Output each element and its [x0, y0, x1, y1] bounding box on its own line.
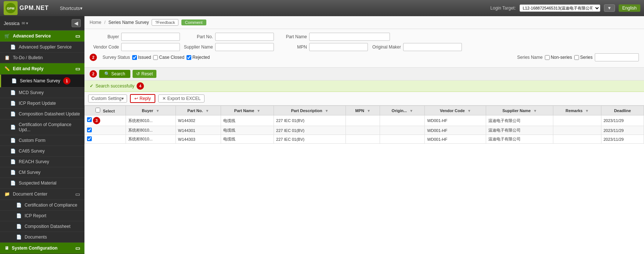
th-suppliername[interactable]: Supplier Name ▼: [486, 106, 553, 115]
doc-icon-suspected: 📄: [10, 180, 16, 186]
sidebar-item-advanced-supplier-service[interactable]: 📄 Advanced Supplier Service: [0, 42, 84, 53]
suppliername-filter-icon[interactable]: ▼: [533, 109, 537, 113]
mail-icon: ✉ ▾: [22, 21, 28, 26]
sidebar-item-cert-compliance-update[interactable]: 📄 Certification of Compliance Upd...: [0, 119, 84, 135]
vendorcode-filter-icon[interactable]: ▼: [467, 109, 471, 113]
origin-filter-icon[interactable]: ▼: [409, 109, 413, 113]
sidebar-item-cm-survey[interactable]: 📄 CM Survey: [0, 167, 84, 178]
partno-input[interactable]: [215, 33, 274, 41]
mpn-filter-icon[interactable]: ▼: [367, 109, 370, 113]
originalmaker-input[interactable]: [403, 43, 462, 51]
rejected-checkbox[interactable]: [187, 55, 191, 60]
rejected-checkbox-label[interactable]: Rejected: [187, 55, 210, 60]
th-origin[interactable]: Origin... ▼: [380, 106, 425, 115]
shortcuts-button[interactable]: Shortcuts▾: [60, 6, 83, 11]
row-checkbox-2[interactable]: [87, 136, 92, 141]
th-select[interactable]: Select: [85, 106, 126, 115]
back-button[interactable]: ◀: [72, 19, 81, 27]
sidebar-item-ca65-survey[interactable]: 📄 CA65 Survey: [0, 146, 84, 157]
login-target-select[interactable]: L12-1688725465313(温迪电子有限公司(鄂...: [520, 4, 600, 12]
sidebar-item-cert-compliance[interactable]: 📄 Certification of Compliance: [0, 200, 84, 211]
sidebar-item-suspected-material[interactable]: 📄 Suspected Material: [0, 178, 84, 189]
annotation-4-badge: 4: [137, 82, 144, 90]
mpn-label: MPN: [278, 44, 307, 50]
series-checkbox-label[interactable]: Series: [574, 55, 593, 60]
sidebar-item-custom-form[interactable]: 📄 Custom Form: [0, 135, 84, 146]
sidebar-item-documents[interactable]: 📄 Documents: [0, 232, 84, 243]
buyer-input[interactable]: [121, 33, 180, 41]
expand-button[interactable]: ▼: [604, 4, 615, 12]
issued-checkbox-label[interactable]: Issued: [132, 55, 151, 60]
sidebar-item-todo[interactable]: 📋 To-Do / Bulletin: [0, 53, 84, 63]
doc-icon-cert: 📄: [10, 125, 16, 130]
sidebar-item-edit-reply[interactable]: ✏️ Edit and Reply ▭: [0, 63, 84, 75]
series-checkbox[interactable]: [574, 55, 579, 60]
partno-filter-icon[interactable]: ▼: [206, 109, 209, 113]
comment-button[interactable]: Comment: [181, 19, 206, 25]
non-series-checkbox[interactable]: [545, 55, 550, 60]
partname-input[interactable]: [309, 33, 390, 41]
series-name-input[interactable]: [595, 53, 639, 61]
sidebar-item-mcd-survey[interactable]: 📄 MCD Survey: [0, 87, 84, 98]
sidebar-item-icp-report[interactable]: 📄 ICP Report: [0, 211, 84, 221]
search-button[interactable]: 🔍 Search: [99, 70, 130, 78]
series-badge: 1: [63, 77, 70, 85]
partdesc-filter-icon[interactable]: ▼: [325, 109, 329, 113]
search-label: Search: [111, 71, 125, 76]
doc-icon-comp2: 📄: [16, 224, 22, 229]
issued-checkbox[interactable]: [132, 55, 137, 60]
non-series-text: Non-series: [551, 55, 572, 60]
buyer-filter-icon[interactable]: ▼: [156, 109, 159, 113]
sidebar-item-document-center[interactable]: 📁 Document Center ▭: [0, 189, 84, 200]
th-mpn[interactable]: MPN ▼: [346, 106, 380, 115]
reply-button[interactable]: ↩ Reply: [130, 94, 155, 103]
reset-button[interactable]: ↺ Reset: [133, 70, 156, 78]
issued-text: Issued: [138, 55, 151, 60]
suppliername-input[interactable]: [215, 43, 274, 51]
th-buyer[interactable]: Buyer ▼: [126, 106, 176, 115]
sidebar-item-composition-datasheet[interactable]: 📄 Composition Datasheet: [0, 221, 84, 232]
sidebar-item-reach-survey[interactable]: 📄 REACH Survey: [0, 157, 84, 167]
sidebar-item-system-config[interactable]: 🖥 System Configuration ▭: [0, 243, 84, 254]
row-checkbox-0[interactable]: [87, 117, 92, 122]
doc-icon-custom: 📄: [10, 138, 16, 143]
vendorcode-input[interactable]: [121, 43, 180, 51]
doc-icon-icp2: 📄: [16, 213, 22, 218]
language-button[interactable]: English: [619, 4, 640, 12]
sidebar-item-icp-report-update[interactable]: 📄 ICP Report Update: [0, 98, 84, 109]
breadcrumb-home[interactable]: Home: [90, 20, 101, 25]
case-closed-checkbox[interactable]: [153, 55, 158, 60]
doc-icon-supplier: 📄: [10, 44, 16, 50]
case-closed-checkbox-label[interactable]: Case Closed: [153, 55, 184, 60]
doc-icon-mcd: 📄: [10, 90, 16, 95]
feedback-button[interactable]: ?Feedback: [152, 19, 178, 26]
th-partdesc[interactable]: Part Description ▼: [274, 106, 346, 115]
custom-setting-button[interactable]: Custom Setting▾: [88, 94, 127, 103]
sidebar-item-composition-datasheet-update[interactable]: 📄 Composition Datasheet Update: [0, 109, 84, 119]
cell-origin-1: [380, 126, 425, 135]
sidebar-label-docs: Documents: [25, 235, 47, 240]
cell-select-2[interactable]: [85, 135, 126, 144]
row-checkbox-1[interactable]: [87, 128, 92, 132]
mpn-input[interactable]: [309, 43, 368, 51]
sidebar-item-advanced-service[interactable]: 🛒 Advanced Service ▭: [0, 31, 84, 42]
th-partname[interactable]: Part Name ▼: [221, 106, 274, 115]
non-series-checkbox-label[interactable]: Non-series: [545, 55, 572, 60]
cell-select-1[interactable]: [85, 126, 126, 135]
success-message: Search successfully: [95, 83, 134, 89]
th-deadline: Deadline: [601, 106, 644, 115]
th-vendorcode[interactable]: Vendor Code ▼: [425, 106, 486, 115]
export-excel-button[interactable]: ✕ Export to EXCEL: [158, 94, 205, 103]
select-all-checkbox[interactable]: [95, 108, 100, 112]
th-partno[interactable]: Part No. ▼: [176, 106, 221, 115]
th-remarks[interactable]: Remarks ▼: [553, 106, 601, 115]
content-area: Home / Series Name Survey ?Feedback Comm…: [84, 16, 644, 254]
doc-icon-cm: 📄: [10, 170, 16, 175]
remarks-filter-icon[interactable]: ▼: [585, 109, 589, 113]
sidebar-item-series-name-survey[interactable]: 📄 Series Name Survey 1: [0, 75, 84, 87]
partname-filter-icon[interactable]: ▼: [257, 109, 260, 113]
cell-select-0[interactable]: 3: [85, 115, 126, 126]
sidebar-label-coc: Certification of Compliance: [25, 203, 77, 208]
logo-text: GPM.NET: [19, 5, 49, 11]
cell-buyer-1: 系统柜8010...: [126, 126, 176, 135]
